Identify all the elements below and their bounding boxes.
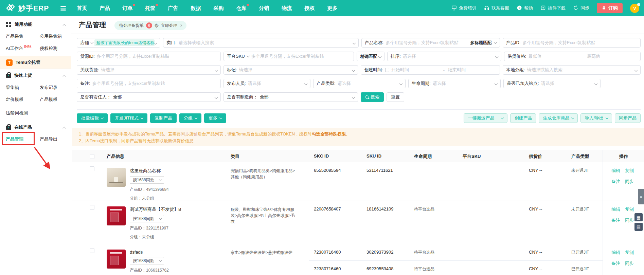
lifecycle-filter[interactable]: 生命周期:请选择 bbox=[408, 79, 501, 88]
contact-support-link[interactable]: 联系客服 bbox=[484, 5, 509, 12]
nav-item-data[interactable]: 数据 bbox=[191, 5, 201, 12]
nav-item-home[interactable]: 首页 bbox=[77, 5, 87, 12]
related-source-filter[interactable]: 关联货源:请选择 bbox=[77, 65, 221, 75]
has-manufacturer-filter[interactable]: 是否有制造商：全部 bbox=[223, 92, 358, 102]
chevron-up-icon[interactable] bbox=[63, 24, 66, 27]
create-product-button[interactable]: 创建产品 bbox=[510, 113, 536, 123]
sidebar-item-temu-full-hosting[interactable]: T Temu全托管 bbox=[0, 56, 71, 69]
search-1688-button[interactable]: 搜1688同款 bbox=[130, 215, 164, 222]
sidebar-item-ai-workbench[interactable]: AI工作台Beta bbox=[6, 45, 31, 52]
edit-link[interactable]: 编辑 bbox=[611, 168, 620, 173]
help-link[interactable]: ? 帮助 bbox=[517, 5, 533, 12]
nav-item-product[interactable]: 产品 bbox=[100, 5, 110, 12]
copy-product-button[interactable]: 复制产品 bbox=[150, 113, 177, 123]
order-button[interactable]: 订购 bbox=[597, 3, 623, 13]
edit-link[interactable]: 编辑 bbox=[611, 207, 620, 212]
reset-button[interactable]: 重置 bbox=[387, 92, 404, 102]
floating-widget-button[interactable]: ▦ bbox=[634, 213, 643, 221]
has-owner-filter[interactable]: 是否有责任人：全部 bbox=[77, 92, 221, 102]
select-all-checkbox[interactable] bbox=[90, 154, 94, 159]
copy-link[interactable]: 复制 bbox=[625, 168, 634, 173]
supply-price-filter[interactable]: 供货价格: 最低值 - 最高值 bbox=[504, 52, 641, 61]
nav-item-authorization[interactable]: 授权 bbox=[304, 5, 315, 12]
brand[interactable]: 妙手ERP bbox=[5, 2, 49, 14]
search-1688-button[interactable]: 搜1688同款 bbox=[130, 176, 164, 184]
product-title[interactable]: 测试万链商品【不发货】B bbox=[130, 206, 181, 213]
multi-title-match-select[interactable]: 多标题匹配 bbox=[467, 38, 497, 47]
sync-product-button[interactable]: 同步产品 bbox=[615, 113, 641, 123]
exact-match-select[interactable]: 精确匹配 bbox=[357, 52, 384, 61]
sidebar-item-product-collect[interactable]: 产品采集 bbox=[6, 33, 23, 39]
nav-item-warehouse[interactable]: 仓库 bbox=[236, 5, 246, 12]
generate-warehouse-goods-button[interactable]: 生成仓库商品 bbox=[539, 113, 578, 123]
row-checkbox[interactable] bbox=[90, 248, 94, 253]
import-export-button[interactable]: 导入/导出 bbox=[580, 113, 612, 123]
product-image[interactable] bbox=[107, 168, 126, 187]
copy-link[interactable]: 复制 bbox=[625, 207, 634, 212]
remark-filter[interactable]: 备注:多个用逗号分隔，支持Excel复制粘贴 bbox=[77, 79, 221, 88]
row-checkbox[interactable] bbox=[90, 166, 94, 171]
sidebar-item-public-collect-box[interactable]: 公用采集箱 bbox=[40, 33, 62, 39]
sync-link[interactable]: 同步 bbox=[625, 218, 634, 223]
floating-widget-button[interactable]: ▤ bbox=[634, 223, 643, 231]
sidebar-item-product-export[interactable]: 产品导出 bbox=[40, 136, 57, 142]
publisher-filter[interactable]: 发布人员:请选择 bbox=[223, 79, 310, 88]
more-button[interactable]: 更多 bbox=[204, 113, 226, 123]
sort-filter[interactable]: 排序:请选择 bbox=[387, 52, 501, 61]
enable-jit-button[interactable]: 开通JIT模式 bbox=[110, 113, 147, 123]
nav-item-logistics[interactable]: 物流 bbox=[282, 5, 292, 12]
product-title[interactable]: dsfads bbox=[130, 250, 169, 255]
sidebar-item-collect-box[interactable]: 采集箱 bbox=[6, 85, 19, 91]
search-1688-button[interactable]: 搜1688同款 bbox=[130, 257, 164, 264]
source-id-filter[interactable]: 货源ID:多个用逗号分隔，支持Excel复制粘贴 bbox=[77, 52, 221, 61]
category-filter[interactable]: 类目:请选择或输入搜索 bbox=[163, 38, 359, 48]
chevron-up-icon[interactable] bbox=[63, 127, 66, 130]
remark-link[interactable]: 备注 bbox=[611, 179, 620, 184]
shop-filter[interactable]: 店铺 超级宇宙无敌长的temu店铺名称111× bbox=[77, 38, 160, 48]
product-type-filter[interactable]: 产品类型:请选择 bbox=[313, 79, 406, 88]
sidebar-item-product-management[interactable]: 产品管理 bbox=[6, 136, 23, 142]
nav-item-more[interactable]: 更多 bbox=[327, 5, 337, 12]
sidebar-item-banned-word-check[interactable]: 违禁词检测 bbox=[6, 110, 28, 116]
product-image[interactable] bbox=[107, 250, 126, 269]
sync-link[interactable]: 同步 bbox=[573, 5, 589, 12]
remark-link[interactable]: 备注 bbox=[611, 218, 620, 223]
sync-link[interactable]: 同步 bbox=[625, 179, 634, 184]
edit-link[interactable]: 编辑 bbox=[611, 250, 620, 255]
right-drawer-toggle[interactable]: « bbox=[638, 189, 644, 204]
one-click-move-button[interactable]: 一键搬运产品 bbox=[464, 113, 507, 123]
sync-link[interactable]: 同步 bbox=[625, 261, 634, 266]
sidebar-item-pricing-template[interactable]: 定价模板 bbox=[6, 96, 23, 103]
product-title[interactable]: 这里是商品名称 bbox=[130, 168, 169, 174]
product-id-filter[interactable]: 产品ID:多个用逗号分隔，支持Excel复制粘贴 bbox=[503, 38, 641, 48]
product-name-filter[interactable]: 产品名称:多个用逗号分隔，支持Excel复制粘贴 多标题匹配 bbox=[361, 38, 500, 48]
nav-item-ads[interactable]: 广告 bbox=[168, 5, 178, 12]
sidebar-item-product-template[interactable]: 产品模板 bbox=[40, 96, 57, 103]
platform-sku-filter[interactable]: 平台SKU 多个用逗号分隔，支持Excel复制粘贴 bbox=[223, 52, 354, 61]
sidebar-section-online-products[interactable]: 在线产品 bbox=[0, 123, 71, 132]
sidebar-item-infringement-check[interactable]: 侵权检测 bbox=[40, 45, 57, 52]
product-image[interactable] bbox=[107, 206, 126, 225]
joined-site-filter[interactable]: 是否已加入站点:请选择 bbox=[503, 79, 601, 88]
user-avatar[interactable]: V bbox=[630, 4, 639, 13]
sidebar-item-publish-record[interactable]: 发布记录 bbox=[40, 85, 57, 91]
local-group-filter[interactable]: 本地分组:请选择或输入搜索 bbox=[503, 65, 641, 75]
sidebar-section-general[interactable]: 通用功能 bbox=[0, 20, 71, 29]
nav-item-hosting[interactable]: 托管 bbox=[145, 5, 155, 12]
sidebar-section-quick-listing[interactable]: 快速上货 bbox=[0, 71, 71, 80]
nav-item-distribution[interactable]: 分销 bbox=[259, 5, 269, 12]
mark-filter[interactable]: 标记:请选择 bbox=[223, 65, 358, 75]
copy-link[interactable]: 复制 bbox=[625, 250, 634, 255]
search-button[interactable]: 搜索 bbox=[361, 92, 384, 102]
nav-item-order[interactable]: 订单 bbox=[122, 5, 132, 12]
create-time-filter[interactable]: 创建时间: 开始时间 - 结束时间 bbox=[361, 65, 500, 75]
nav-item-purchase[interactable]: 采购 bbox=[213, 5, 223, 12]
plugin-download-link[interactable]: 插件下载 bbox=[540, 5, 566, 12]
batch-edit-button[interactable]: 批量编辑 bbox=[77, 113, 108, 123]
row-checkbox[interactable] bbox=[90, 205, 94, 210]
group-button[interactable]: 分组 bbox=[179, 113, 201, 123]
free-training-link[interactable]: 免费培训 bbox=[451, 5, 477, 12]
pending-stock-orders-badge[interactable]: 待处理备货单 6 条 立即处理 bbox=[114, 21, 186, 30]
remark-link[interactable]: 备注 bbox=[611, 261, 620, 266]
hamburger-menu-icon[interactable] bbox=[60, 6, 66, 11]
